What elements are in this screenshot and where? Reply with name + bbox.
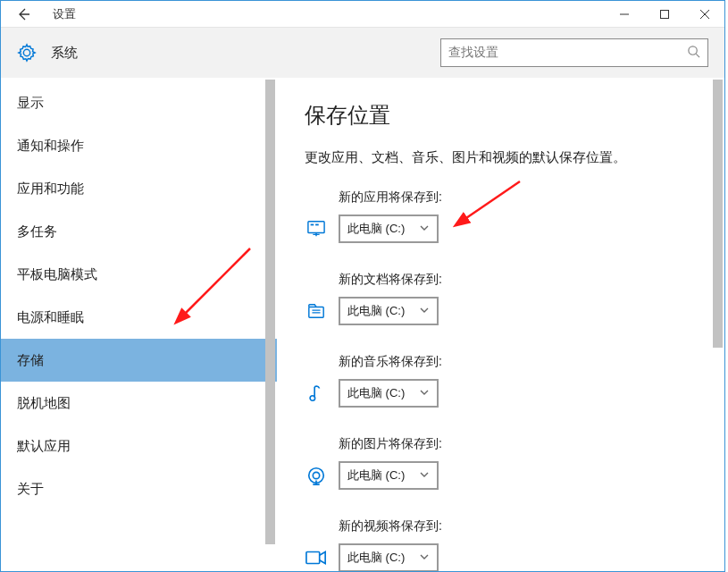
chevron-down-icon (419, 305, 430, 318)
storage-label: 新的图片将保存到: (339, 436, 703, 452)
sidebar-item-9[interactable]: 关于 (1, 467, 277, 510)
storage-row-pictures: 新的图片将保存到:此电脑 (C:) (305, 436, 703, 490)
svg-rect-9 (306, 552, 320, 564)
dropdown-value: 此电脑 (C:) (347, 303, 405, 319)
header: 系统 查找设置 (1, 28, 724, 78)
dropdown-value: 此电脑 (C:) (347, 221, 405, 237)
svg-point-1 (689, 46, 697, 55)
sidebar-scrollbar[interactable] (262, 78, 277, 571)
minimize-button[interactable] (604, 2, 644, 27)
header-title: 系统 (51, 45, 440, 62)
sidebar: 显示通知和操作应用和功能多任务平板电脑模式电源和睡眠存储脱机地图默认应用关于 (1, 78, 278, 571)
chevron-down-icon (419, 387, 430, 400)
storage-label: 新的视频将保存到: (339, 518, 703, 534)
gear-icon (17, 43, 37, 63)
storage-control: 此电脑 (C:) (305, 543, 703, 571)
docs-icon (305, 302, 328, 320)
svg-rect-3 (311, 224, 314, 226)
sidebar-item-2[interactable]: 应用和功能 (1, 167, 277, 210)
storage-control: 此电脑 (C:) (305, 379, 703, 408)
window-controls (604, 2, 724, 27)
sidebar-item-7[interactable]: 脱机地图 (1, 382, 277, 425)
body: 显示通知和操作应用和功能多任务平板电脑模式电源和睡眠存储脱机地图默认应用关于 保… (1, 78, 724, 571)
storage-label: 新的文档将保存到: (339, 272, 703, 288)
close-icon (700, 10, 709, 19)
close-button[interactable] (684, 2, 724, 27)
svg-rect-4 (315, 224, 319, 226)
content-scrollbar[interactable] (709, 78, 724, 571)
videos-icon (305, 550, 328, 566)
storage-label: 新的应用将保存到: (339, 189, 703, 206)
window-title: 设置 (53, 6, 76, 22)
storage-control: 此电脑 (C:) (305, 461, 703, 490)
apps-icon (305, 220, 328, 238)
search-placeholder: 查找设置 (448, 45, 498, 61)
sidebar-item-0[interactable]: 显示 (1, 81, 277, 124)
storage-label: 新的音乐将保存到: (339, 354, 703, 370)
sidebar-item-6[interactable]: 存储 (1, 339, 277, 382)
titlebar: 设置 (1, 1, 724, 28)
storage-dropdown-apps[interactable]: 此电脑 (C:) (339, 214, 439, 243)
svg-rect-0 (660, 10, 668, 18)
storage-dropdown-music[interactable]: 此电脑 (C:) (339, 379, 439, 408)
sidebar-item-1[interactable]: 通知和操作 (1, 124, 277, 167)
chevron-down-icon (419, 469, 430, 483)
pictures-icon (305, 466, 328, 485)
storage-row-apps: 新的应用将保存到:此电脑 (C:) (305, 189, 703, 243)
svg-point-6 (310, 396, 315, 401)
storage-dropdown-docs[interactable]: 此电脑 (C:) (339, 297, 439, 325)
content-pane: 保存位置 更改应用、文档、音乐、图片和视频的默认保存位置。 新的应用将保存到:此… (278, 78, 724, 571)
titlebar-left: 设置 (1, 2, 604, 27)
storage-dropdown-videos[interactable]: 此电脑 (C:) (339, 543, 439, 571)
storage-dropdown-pictures[interactable]: 此电脑 (C:) (339, 461, 439, 490)
maximize-button[interactable] (644, 2, 684, 27)
page-description: 更改应用、文档、音乐、图片和视频的默认保存位置。 (305, 149, 703, 166)
chevron-down-icon (419, 223, 430, 236)
arrow-left-icon (16, 7, 30, 21)
dropdown-value: 此电脑 (C:) (347, 550, 405, 566)
storage-control: 此电脑 (C:) (305, 297, 703, 325)
chevron-down-icon (419, 551, 430, 565)
svg-point-8 (313, 472, 319, 478)
minimize-icon (620, 10, 629, 19)
back-button[interactable] (6, 2, 40, 27)
music-icon (305, 383, 328, 403)
storage-row-docs: 新的文档将保存到:此电脑 (C:) (305, 272, 703, 325)
sidebar-item-3[interactable]: 多任务 (1, 210, 277, 253)
search-input[interactable]: 查找设置 (440, 38, 708, 67)
maximize-icon (660, 10, 669, 19)
page-title: 保存位置 (305, 101, 703, 130)
search-icon (687, 45, 700, 61)
sidebar-item-5[interactable]: 电源和睡眠 (1, 296, 277, 339)
sidebar-item-8[interactable]: 默认应用 (1, 425, 277, 467)
svg-rect-2 (308, 222, 324, 233)
sidebar-item-4[interactable]: 平板电脑模式 (1, 253, 277, 296)
storage-row-videos: 新的视频将保存到:此电脑 (C:) (305, 518, 703, 571)
dropdown-value: 此电脑 (C:) (347, 467, 405, 484)
storage-control: 此电脑 (C:) (305, 214, 703, 243)
storage-row-music: 新的音乐将保存到:此电脑 (C:) (305, 354, 703, 408)
settings-window: 设置 系统 查找设置 显示通知和操作应用和功能多任务平板电脑模式电源和睡眠存储脱… (0, 0, 725, 572)
dropdown-value: 此电脑 (C:) (347, 385, 405, 401)
